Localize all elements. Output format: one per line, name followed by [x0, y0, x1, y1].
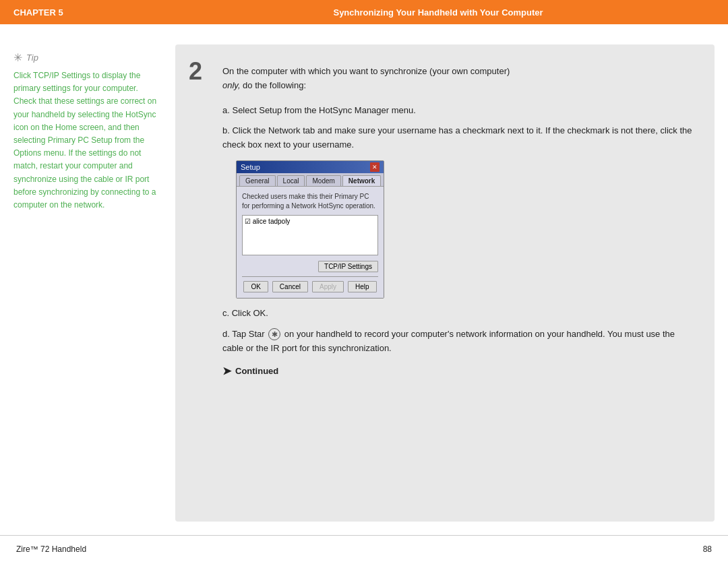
main-content: ✳ Tip Click TCP/IP Settings to display t… [0, 24, 728, 535]
chapter-title: Synchronizing Your Handheld with Your Co… [162, 7, 715, 18]
step-a-label: a. [222, 105, 232, 115]
step-c-label: c. [222, 308, 232, 318]
content-panel: 2 On the computer with which you want to… [175, 44, 715, 522]
footer-brand: Zire™ 72 Handheld [16, 544, 86, 554]
dialog-tab-general[interactable]: General [239, 175, 276, 186]
step-a-text: Select Setup from the HotSync Manager me… [232, 105, 415, 115]
step-c: c. Click OK. [222, 307, 694, 321]
step-b-label: b. [222, 125, 232, 135]
intro-line1: On the computer with which you want to s… [222, 66, 510, 76]
tip-header: ✳ Tip [13, 51, 162, 64]
dialog-tab-local[interactable]: Local [277, 175, 305, 186]
step-a: a. Select Setup from the HotSync Manager… [222, 104, 694, 118]
dialog-cancel-button[interactable]: Cancel [272, 281, 308, 292]
step-d-label: d. [222, 329, 232, 339]
content-body: On the computer with which you want to s… [222, 65, 694, 377]
dialog-listbox-item: ☑ alice tadpoly [245, 218, 290, 225]
tip-star-icon: ✳ [13, 51, 22, 64]
tip-text: Click TCP/IP Settings to display the pri… [13, 69, 162, 212]
dialog-close-button[interactable]: ✕ [370, 162, 380, 172]
dialog-tab-modem[interactable]: Modem [306, 175, 340, 186]
dialog-listbox: ☑ alice tadpoly [242, 215, 378, 255]
intro-line2: do the following: [241, 80, 307, 90]
continued-label: Continued [235, 366, 278, 376]
dialog-titlebar: Setup ✕ [237, 161, 384, 173]
dialog-body: Checked users make this their Primary PC… [237, 187, 384, 298]
setup-dialog: Setup ✕ General Local Modem Network Chec… [236, 160, 384, 299]
step-c-text: Click OK. [232, 308, 268, 318]
chapter-label: CHAPTER 5 [13, 7, 162, 18]
footer-page-number: 88 [703, 544, 712, 554]
step-d: d. Tap Star ✱ on your handheld to record… [222, 327, 694, 356]
tap-star-icon: ✱ [268, 328, 280, 340]
intro-italic: only, [222, 80, 241, 90]
dialog-tabs: General Local Modem Network [237, 173, 384, 187]
dialog-description: Checked users make this their Primary PC… [242, 192, 378, 211]
tip-label: Tip [26, 53, 38, 63]
continued-indicator: ➤ Continued [222, 365, 694, 377]
dialog-footer-buttons: OK Cancel Apply Help [242, 276, 378, 292]
page-header: CHAPTER 5 Synchronizing Your Handheld wi… [0, 0, 728, 24]
intro-paragraph: On the computer with which you want to s… [222, 65, 694, 93]
step-b-text: Click the Network tab and make sure your… [222, 125, 692, 150]
step-b: b. Click the Network tab and make sure y… [222, 124, 694, 152]
step-number: 2 [189, 59, 202, 84]
page-footer: Zire™ 72 Handheld 88 [0, 535, 728, 562]
sidebar-tip: ✳ Tip Click TCP/IP Settings to display t… [13, 44, 162, 522]
continued-arrow-icon: ➤ [222, 365, 231, 377]
dialog-title: Setup [241, 163, 260, 171]
dialog-tab-network[interactable]: Network [342, 175, 381, 186]
dialog-ok-button[interactable]: OK [243, 281, 268, 292]
dialog-apply-button[interactable]: Apply [312, 281, 344, 292]
dialog-help-button[interactable]: Help [348, 281, 377, 292]
dialog-tcpip-button[interactable]: TCP/IP Settings [318, 261, 378, 272]
